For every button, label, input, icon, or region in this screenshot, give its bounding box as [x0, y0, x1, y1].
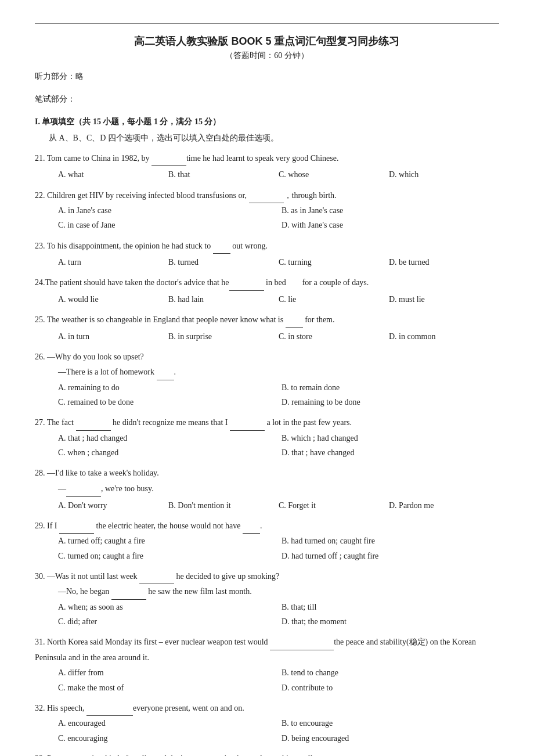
q23-optD: D. be turned	[389, 255, 499, 269]
q27-optD: D. that ; have changed	[282, 445, 499, 460]
title-section: 高二英语人教实验版 BOOK 5 重点词汇句型复习同步练习 （答题时间：60 分…	[35, 34, 499, 61]
q23-text: 23. To his disappointment, the opinion h…	[35, 242, 268, 250]
q32-options: A. encouraged B. to encourage C. encoura…	[35, 716, 499, 745]
question-23: 23. To his disappointment, the opinion h…	[35, 239, 499, 270]
question-25: 25. The weather is so changeable in Engl…	[35, 312, 499, 344]
q28-subtext: —, we're too busy.	[35, 484, 154, 493]
part-i-section: I. 单项填空（共 15 小题，每小题 1 分，满分 15 分） 从 A、B、C…	[35, 114, 499, 145]
q23-optA: A. turn	[58, 255, 168, 269]
question-29: 29. If I the electric heater, the house …	[35, 519, 499, 563]
top-border	[35, 23, 499, 24]
q26-text: 26. —Why do you look so upset?	[35, 352, 144, 361]
q28-optA: A. Don't worry	[58, 498, 168, 513]
q24-optD: D. must lie	[389, 292, 499, 307]
q21-optD: D. which	[389, 167, 499, 182]
written-label: 笔试部分：	[35, 95, 75, 103]
q27-text: 27. The fact he didn't recognize me mean…	[35, 418, 352, 427]
q28-options: A. Don't worry B. Don't mention it C. Fo…	[35, 498, 499, 513]
q22-text: 22. Children get HIV by receiving infect…	[35, 191, 337, 200]
q21-options: A. what B. that C. whose D. which	[35, 167, 499, 182]
q32-optC: C. encouraging	[58, 731, 276, 746]
q22-optB: B. as in Jane's case	[282, 203, 499, 218]
q23-optC: C. turning	[279, 255, 389, 269]
q27-optA: A. that ; had changed	[58, 431, 276, 445]
q28-text: 28. —I'd like to take a week's holiday.	[35, 469, 159, 477]
question-33: 33. Perseverance is a kind of quality an…	[35, 751, 499, 756]
q30-text: 30. —Was it not until last week he decid…	[35, 572, 279, 581]
q32-optD: D. being encouraged	[282, 731, 499, 746]
q31-optC: C. make the most of	[58, 681, 276, 695]
written-section: 笔试部分：	[35, 92, 499, 106]
q25-blank	[286, 327, 303, 328]
q24-blank	[229, 290, 264, 291]
part-i-header: I. 单项填空（共 15 小题，每小题 1 分，满分 15 分）	[35, 114, 499, 129]
q21-text: 21. Tom came to China in 1982, by time h…	[35, 154, 338, 163]
q29-optA: A. turned off; caught a fire	[58, 534, 276, 548]
q21-optA: A. what	[58, 167, 168, 182]
q26-optB: B. to remain done	[282, 380, 499, 395]
q25-text: 25. The weather is so changeable in Engl…	[35, 315, 335, 324]
q30-optB: B. that; till	[282, 600, 499, 614]
q29-optB: B. had turned on; caught fire	[282, 534, 499, 548]
q23-options: A. turn B. turned C. turning D. be turne…	[35, 255, 499, 269]
q29-options: A. turned off; caught a fire B. had turn…	[35, 534, 499, 563]
q30-subtext: —No, he began he saw the new film last m…	[35, 587, 252, 596]
q21-optC: C. whose	[279, 167, 389, 182]
q24-text: 24.The patient should have taken the doc…	[35, 278, 369, 287]
question-21: 21. Tom came to China in 1982, by time h…	[35, 151, 499, 182]
listening-label: 听力部分：略	[35, 72, 84, 81]
q31-optD: D. contribute to	[282, 681, 499, 695]
q30-options: A. when; as soon as B. that; till C. did…	[35, 600, 499, 629]
q28-optC: C. Forget it	[279, 498, 389, 513]
question-27: 27. The fact he didn't recognize me mean…	[35, 415, 499, 460]
q29-text: 29. If I the electric heater, the house …	[35, 521, 262, 530]
question-24: 24.The patient should have taken the doc…	[35, 275, 499, 307]
q30-optD: D. that; the moment	[282, 614, 499, 629]
q25-optC: C. in store	[279, 329, 389, 344]
subtitle: （答题时间：60 分钟）	[35, 51, 499, 61]
q24-options: A. would lie B. had lain C. lie D. must …	[35, 292, 499, 307]
q31-blank	[270, 650, 334, 650]
q26-optC: C. remained to be done	[58, 395, 276, 409]
question-30: 30. —Was it not until last week he decid…	[35, 569, 499, 629]
question-26: 26. —Why do you look so upset? —There is…	[35, 350, 499, 410]
q26-options: A. remaining to do B. to remain done C. …	[35, 380, 499, 409]
q28-optB: B. Don't mention it	[168, 498, 279, 513]
q30-blank1	[139, 584, 174, 584]
q22-optC: C. in case of Jane	[58, 218, 276, 232]
main-title: 高二英语人教实验版 BOOK 5 重点词汇句型复习同步练习	[35, 34, 499, 48]
q23-optB: B. turned	[168, 255, 279, 269]
q22-optD: D. with Jane's case	[282, 218, 499, 232]
q27-options: A. that ; had changed B. which ; had cha…	[35, 431, 499, 460]
q25-optD: D. in common	[389, 329, 499, 344]
q30-optA: A. when; as soon as	[58, 600, 276, 614]
q27-optB: B. which ; had changed	[282, 431, 499, 445]
q32-optB: B. to encourage	[282, 716, 499, 730]
q29-optD: D. had turned off ; caught fire	[282, 549, 499, 563]
q23-blank	[213, 253, 230, 254]
question-32: 32. His speech, everyone present, went o…	[35, 701, 499, 746]
q21-optB: B. that	[168, 167, 279, 182]
q26-optA: A. remaining to do	[58, 380, 276, 395]
q28-optD: D. Pardon me	[389, 498, 499, 513]
q25-options: A. in turn B. in surprise C. in store D.…	[35, 329, 499, 344]
q24-optA: A. would lie	[58, 292, 168, 307]
q28-blank	[66, 496, 101, 497]
q24-optC: C. lie	[279, 292, 389, 307]
q31-options: A. differ from B. tend to change C. make…	[35, 665, 499, 694]
q24-optB: B. had lain	[168, 292, 279, 307]
q26-optD: D. remaining to be done	[282, 395, 499, 409]
listening-section: 听力部分：略	[35, 69, 499, 84]
q25-optA: A. in turn	[58, 329, 168, 344]
q32-optA: A. encouraged	[58, 716, 276, 730]
q22-options: A. in Jane's case B. as in Jane's case C…	[35, 203, 499, 232]
part-i-instruction: 从 A、B、C、D 四个选项中，选出可以填入空白处的最佳选项。	[35, 131, 499, 145]
q22-optA: A. in Jane's case	[58, 203, 276, 218]
q32-text: 32. His speech, everyone present, went o…	[35, 704, 244, 712]
q31-optB: B. tend to change	[282, 665, 499, 680]
question-22: 22. Children get HIV by receiving infect…	[35, 188, 499, 233]
q31-optA: A. differ from	[58, 665, 276, 680]
q29-optC: C. turned on; caught a fire	[58, 549, 276, 563]
q26-subtext: —There is a lot of homework .	[35, 368, 176, 376]
q27-optC: C. when ; changed	[58, 445, 276, 460]
